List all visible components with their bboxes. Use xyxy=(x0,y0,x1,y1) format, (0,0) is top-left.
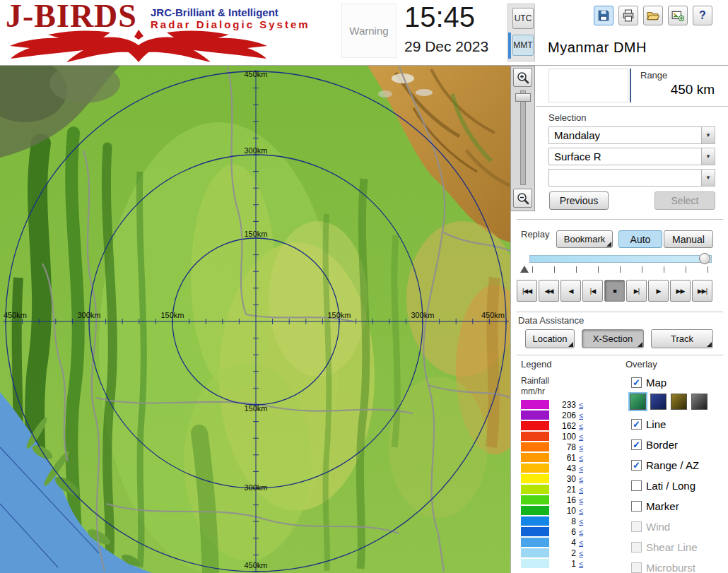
play-button[interactable]: ▶ xyxy=(648,280,669,302)
x-section-button[interactable]: X-Section xyxy=(582,329,644,348)
timeline-ticks xyxy=(532,266,712,273)
replay-timeline-handle[interactable] xyxy=(699,253,710,264)
legend-le-link[interactable]: ≤ xyxy=(579,443,583,451)
checkbox[interactable] xyxy=(631,480,642,491)
legend-le-link[interactable]: ≤ xyxy=(579,401,583,409)
printer-icon xyxy=(622,9,635,22)
legend-le-link[interactable]: ≤ xyxy=(579,507,583,515)
legend-le-link[interactable]: ≤ xyxy=(579,432,583,441)
legend-le-link[interactable]: ≤ xyxy=(579,475,583,483)
utc-button[interactable]: UTC xyxy=(512,8,534,29)
overlay-item-line[interactable]: ✓ Line xyxy=(631,418,666,430)
legend-le-link[interactable]: ≤ xyxy=(579,411,583,420)
image-add-icon xyxy=(671,9,684,22)
legend-le-link[interactable]: ≤ xyxy=(579,560,583,568)
ring-label: 300km xyxy=(244,483,267,492)
range-label: Range xyxy=(640,70,667,81)
map-style-terrain-green[interactable] xyxy=(630,394,646,410)
zoom-slider-track[interactable] xyxy=(520,90,526,185)
play-backward-button[interactable]: ◀ xyxy=(560,280,581,302)
legend-swatch xyxy=(521,485,549,494)
overlay-item-wind: Wind xyxy=(631,521,670,533)
overlay-item-label: Lati / Long xyxy=(646,480,695,492)
legend-swatch xyxy=(521,559,549,568)
save-button[interactable] xyxy=(594,6,613,25)
legend-le-link[interactable]: ≤ xyxy=(579,549,583,557)
overlay-item-label: Marker xyxy=(646,500,679,512)
replay-timeline-track[interactable] xyxy=(529,255,712,263)
legend-row: 2≤ xyxy=(521,548,583,557)
legend-value: 206 xyxy=(551,410,576,420)
help-button[interactable]: ? xyxy=(693,6,712,25)
overlay-item-label: Map xyxy=(646,377,667,389)
legend-swatch xyxy=(521,538,549,547)
legend-le-link[interactable]: ≤ xyxy=(579,422,583,430)
legend-unit-1: Rainfall xyxy=(521,376,549,386)
legend-value: 30 xyxy=(551,474,576,484)
warning-indicator[interactable]: Warning xyxy=(341,4,397,58)
legend-value: 162 xyxy=(551,421,576,431)
legend-row: 21≤ xyxy=(521,485,583,494)
legend-le-link[interactable]: ≤ xyxy=(579,454,583,462)
legend-swatch xyxy=(521,516,549,526)
extra-dropdown[interactable]: ▼ xyxy=(548,169,715,187)
legend-row: 30≤ xyxy=(521,474,583,483)
fast-rewind-button[interactable]: ◀◀ xyxy=(539,280,559,302)
legend-swatch xyxy=(521,474,549,483)
legend-le-link[interactable]: ≤ xyxy=(579,538,583,547)
chevron-down-icon[interactable]: ▼ xyxy=(701,170,715,186)
overlay-item-map[interactable]: ✓ Map xyxy=(631,377,667,389)
overlay-item-border[interactable]: ✓ Border xyxy=(631,439,678,451)
legend-le-link[interactable]: ≤ xyxy=(579,496,583,504)
ring-label: 450km xyxy=(4,311,27,319)
map-style-olive[interactable] xyxy=(671,394,687,410)
legend-row: 1≤ xyxy=(521,559,583,568)
zoom-out-button[interactable] xyxy=(513,189,532,208)
info-display-box xyxy=(548,69,628,102)
stop-button[interactable]: ■ xyxy=(604,280,625,302)
previous-button[interactable]: Previous xyxy=(549,191,609,210)
step-back-button[interactable]: |◀ xyxy=(582,280,603,302)
legend-le-link[interactable]: ≤ xyxy=(579,485,583,494)
capture-image-button[interactable] xyxy=(668,6,688,25)
legend-row: 10≤ xyxy=(521,506,583,515)
site-dropdown-value: Mandalay xyxy=(554,129,600,141)
zoom-slider-handle[interactable] xyxy=(515,93,531,102)
map-style-dark-gray[interactable] xyxy=(691,394,708,410)
legend-le-link[interactable]: ≤ xyxy=(579,528,583,536)
overlay-item-range-az[interactable]: ✓ Range / AZ xyxy=(631,459,699,471)
site-dropdown[interactable]: Mandalay ▼ xyxy=(548,126,715,144)
checkbox[interactable]: ✓ xyxy=(631,377,642,388)
product-dropdown[interactable]: Surface R ▼ xyxy=(548,148,715,165)
overlay-item-microburst: Microburst xyxy=(631,562,695,573)
zoom-in-button[interactable] xyxy=(513,68,532,87)
radar-map[interactable]: 450km 300km 150km 150km 300km 450km 450k… xyxy=(0,66,510,573)
overlay-item-label: Wind xyxy=(646,521,670,533)
open-file-button[interactable] xyxy=(643,6,663,25)
checkbox xyxy=(631,562,642,573)
chevron-down-icon[interactable]: ▼ xyxy=(701,127,715,143)
overlay-item-marker[interactable]: Marker xyxy=(631,500,679,512)
auto-button[interactable]: Auto xyxy=(618,230,662,248)
overlay-item-lati-long[interactable]: Lati / Long xyxy=(631,480,695,492)
manual-button[interactable]: Manual xyxy=(664,230,713,248)
map-style-dark-blue[interactable] xyxy=(650,394,667,410)
chevron-down-icon[interactable]: ▼ xyxy=(701,148,715,165)
ring-label: 300km xyxy=(77,311,100,319)
checkbox[interactable] xyxy=(631,501,642,512)
checkbox[interactable]: ✓ xyxy=(631,460,642,471)
checkbox[interactable]: ✓ xyxy=(631,439,642,450)
bookmark-button[interactable]: Bookmark xyxy=(556,230,613,248)
location-button[interactable]: Location xyxy=(525,329,575,348)
fast-forward-button[interactable]: ▶▶ xyxy=(670,280,691,302)
track-button[interactable]: Track xyxy=(651,329,713,348)
checkbox[interactable]: ✓ xyxy=(631,419,642,430)
step-forward-button[interactable]: ▶| xyxy=(626,280,647,302)
legend-le-link[interactable]: ≤ xyxy=(579,464,583,473)
timezone-selected-accent xyxy=(508,33,511,59)
skip-to-start-button[interactable]: |◀◀ xyxy=(517,280,537,302)
legend-le-link[interactable]: ≤ xyxy=(579,517,583,526)
print-button[interactable] xyxy=(618,6,638,25)
mmt-button[interactable]: MMT xyxy=(512,35,534,56)
skip-to-end-button[interactable]: ▶▶| xyxy=(692,280,712,302)
